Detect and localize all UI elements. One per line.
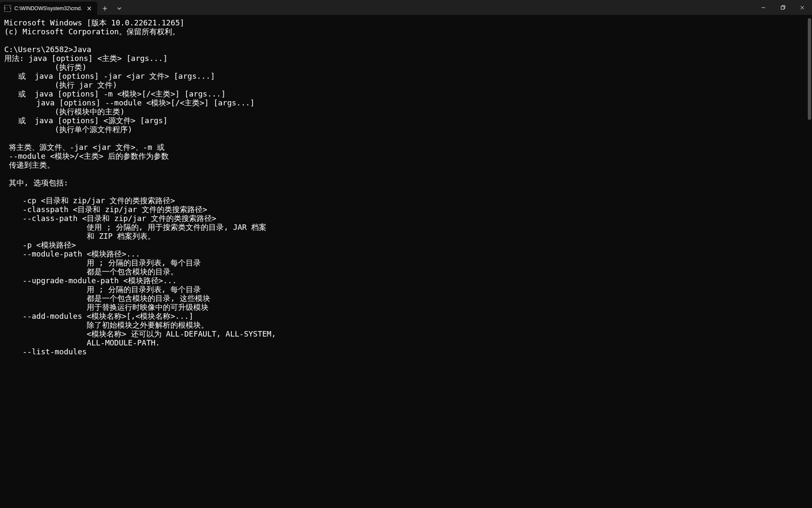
maximize-button[interactable] <box>773 0 793 15</box>
tab-title: C:\WINDOWS\system32\cmd. <box>14 6 82 11</box>
window-close-button[interactable] <box>793 0 812 15</box>
terminal-tab[interactable]: C:\ C:\WINDOWS\system32\cmd. <box>0 2 97 15</box>
cmd-icon: C:\ <box>4 5 11 12</box>
tab-dropdown-button[interactable] <box>112 2 126 15</box>
minimize-button[interactable] <box>754 0 773 15</box>
scrollbar-thumb[interactable] <box>808 18 811 120</box>
terminal-output: Microsoft Windows [版本 10.0.22621.1265] (… <box>4 18 808 356</box>
tab-close-button[interactable] <box>85 5 93 12</box>
svg-rect-0 <box>781 6 784 9</box>
titlebar-spacer <box>126 0 754 15</box>
terminal-body[interactable]: Microsoft Windows [版本 10.0.22621.1265] (… <box>0 15 812 508</box>
new-tab-button[interactable] <box>97 2 112 15</box>
scrollbar[interactable] <box>807 15 812 508</box>
window-controls <box>754 0 812 15</box>
title-bar: C:\ C:\WINDOWS\system32\cmd. <box>0 0 812 15</box>
